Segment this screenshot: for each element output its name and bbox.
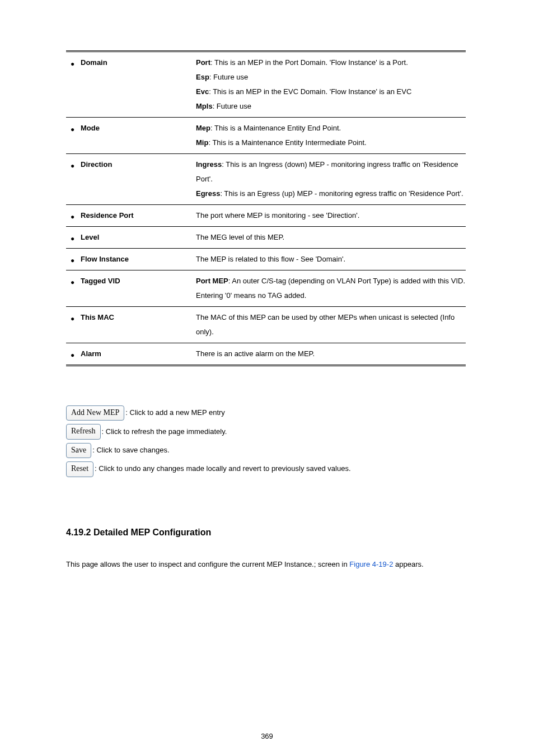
button-description-text: : Click to refresh the page immediately. [102, 426, 227, 438]
param-term: Port [196, 58, 210, 67]
bullet-icon: ● [71, 213, 81, 220]
param-description-cell: The MEG level of this MEP. [195, 227, 466, 249]
param-label-cell: ●Flow Instance [66, 249, 195, 270]
param-description-cell: Port: This is an MEP in the Port Domain.… [195, 52, 466, 118]
save-button[interactable]: Save [66, 443, 91, 458]
param-description-cell: The MAC of this MEP can be used by other… [195, 307, 466, 343]
section-intro: This page allows the user to inspect and… [66, 560, 468, 568]
button-description-text: : Click to add a new MEP entry [125, 407, 225, 419]
param-description-line: Port: This is an MEP in the Port Domain.… [196, 55, 466, 70]
section-heading: 4.19.2 Detailed MEP Configuration [66, 528, 468, 538]
param-label-cell: ●Direction [66, 154, 195, 205]
param-description-line: Entering '0' means no TAG added. [196, 288, 466, 303]
button-description-line: Reset: Click to undo any changes made lo… [66, 461, 468, 477]
param-label: Tagged VID [81, 274, 190, 288]
param-term: Port MEP [196, 277, 228, 285]
figure-reference-link[interactable]: Figure 4-19-2 [349, 560, 393, 568]
param-description-line: Port MEP: An outer C/S-tag (depending on… [196, 274, 466, 288]
param-description-line: Egress: This is an Egress (up) MEP - mon… [196, 186, 466, 201]
refresh-button[interactable]: Refresh [66, 424, 101, 439]
param-description-line: There is an active alarm on the MEP. [196, 347, 466, 361]
bullet-icon: ● [71, 235, 81, 242]
bullet-icon: ● [71, 162, 81, 169]
param-label: Alarm [81, 347, 190, 361]
button-description-text: : Click to undo any changes made locally… [95, 463, 350, 475]
param-label: This MAC [81, 310, 190, 325]
bullet-icon: ● [71, 315, 81, 322]
reset-button[interactable]: Reset [66, 461, 93, 477]
param-label: Residence Port [81, 208, 190, 223]
param-description-cell: Ingress: This is an Ingress (down) MEP -… [195, 154, 466, 205]
param-label-cell: ●Domain [66, 52, 195, 118]
param-description-cell: The MEP is related to this flow - See 'D… [195, 249, 466, 270]
param-term: Esp [196, 73, 209, 81]
param-label: Level [81, 230, 190, 245]
param-label: Mode [81, 121, 190, 136]
param-label: Flow Instance [81, 252, 190, 267]
param-description-line: Mpls: Future use [196, 99, 466, 114]
add-new-mep-button[interactable]: Add New MEP [66, 405, 124, 421]
param-description-cell: There is an active alarm on the MEP. [195, 343, 466, 366]
param-description-cell: The port where MEP is monitoring - see '… [195, 205, 466, 227]
buttons-section: Add New MEP: Click to add a new MEP entr… [66, 405, 468, 477]
param-term: Mpls [196, 102, 213, 110]
param-label: Domain [81, 55, 190, 70]
button-description-line: Save: Click to save changes. [66, 443, 468, 458]
param-label-cell: ●Residence Port [66, 205, 195, 227]
bullet-icon: ● [71, 352, 81, 358]
param-label-cell: ●Tagged VID [66, 270, 195, 307]
page-number: 369 [0, 732, 534, 740]
param-description-line: Mep: This is a Maintenance Entity End Po… [196, 121, 466, 136]
param-label: Direction [81, 157, 190, 172]
param-label-cell: ●This MAC [66, 307, 195, 343]
button-description-line: Refresh: Click to refresh the page immed… [66, 424, 468, 439]
intro-text-prefix: This page allows the user to inspect and… [66, 560, 349, 568]
param-description-line: Mip: This is a Maintenance Entity Interm… [196, 136, 466, 150]
button-description-line: Add New MEP: Click to add a new MEP entr… [66, 405, 468, 421]
param-term: Egress [196, 189, 220, 198]
param-description-line: Ingress: This is an Ingress (down) MEP -… [196, 157, 466, 186]
param-description-line: Esp: Future use [196, 70, 466, 85]
param-term: Mep [196, 124, 210, 132]
param-term: Evc [196, 87, 209, 96]
param-description-line: The port where MEP is monitoring - see '… [196, 208, 466, 223]
param-description-line: Evc: This is an MEP in the EVC Domain. '… [196, 85, 466, 99]
bullet-icon: ● [71, 257, 81, 264]
param-term: Ingress [196, 160, 222, 169]
param-description-cell: Mep: This is a Maintenance Entity End Po… [195, 118, 466, 154]
param-description-line: The MEG level of this MEP. [196, 230, 466, 245]
param-description-line: The MEP is related to this flow - See 'D… [196, 252, 466, 267]
param-label-cell: ●Alarm [66, 343, 195, 366]
bullet-icon: ● [71, 279, 81, 286]
param-label-cell: ●Level [66, 227, 195, 249]
param-label-cell: ●Mode [66, 118, 195, 154]
bullet-icon: ● [71, 60, 81, 67]
parameters-table: ●DomainPort: This is an MEP in the Port … [66, 50, 466, 366]
bullet-icon: ● [71, 126, 81, 133]
button-description-text: : Click to save changes. [92, 445, 169, 456]
param-description-cell: Port MEP: An outer C/S-tag (depending on… [195, 270, 466, 307]
param-description-line: The MAC of this MEP can be used by other… [196, 310, 466, 339]
param-term: Mip [196, 138, 208, 147]
intro-text-suffix: appears. [393, 560, 423, 568]
